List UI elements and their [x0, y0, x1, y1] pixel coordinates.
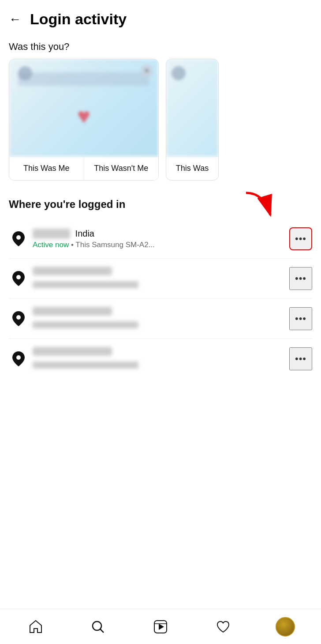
login-item-2: ••• [9, 259, 312, 299]
svg-point-2 [16, 275, 21, 279]
this-wasnt-me-button[interactable]: This Wasn't Me [84, 157, 159, 180]
reels-icon [153, 619, 168, 634]
blurred-status-2 [33, 281, 138, 288]
more-options-button-1[interactable]: ••• [289, 227, 312, 250]
logged-in-section: Where you're logged in ██████ India Acti… [0, 189, 321, 383]
card-close-icon[interactable]: ✕ [141, 64, 153, 77]
login-card-2: This Was [166, 59, 219, 181]
card-avatar-dot [18, 66, 32, 80]
more-options-button-2[interactable]: ••• [289, 267, 312, 290]
login-card-1: ✕ This Was Me This Wasn't Me [9, 59, 159, 181]
this-was-me-button[interactable]: This Was Me [9, 157, 84, 180]
login-location-4 [33, 347, 285, 358]
svg-line-6 [100, 629, 104, 633]
login-status-4 [33, 360, 285, 371]
was-this-you-section: Was this you? ✕ This Was Me This Wasn't … [0, 37, 321, 181]
location-pin-icon-2 [9, 269, 28, 288]
login-info-3 [28, 307, 289, 331]
back-button[interactable]: ← [9, 13, 21, 26]
heart-icon [216, 619, 231, 634]
was-this-you-label: Was this you? [0, 37, 321, 59]
blurred-status-3 [33, 321, 138, 328]
bottom-nav [0, 609, 321, 644]
svg-point-0 [16, 235, 21, 240]
svg-point-4 [16, 355, 21, 360]
login-info-4 [28, 347, 289, 371]
login-status-2 [33, 279, 285, 290]
home-icon [28, 619, 43, 634]
location-pin-icon-1 [9, 229, 28, 249]
blurred-city-1: ██████ [33, 229, 70, 239]
cards-container: ✕ This Was Me This Wasn't Me This Was [0, 59, 321, 181]
login-item-3: ••• [9, 299, 312, 339]
header: ← Login activity [0, 0, 321, 37]
main-content: ← Login activity Was this you? ✕ This Wa… [0, 0, 321, 644]
login-info-2 [28, 267, 289, 290]
logged-in-title: Where you're logged in [9, 198, 312, 211]
more-options-button-4[interactable]: ••• [289, 347, 312, 370]
login-item-1: ██████ India Active now • This Samsung S… [9, 219, 312, 259]
card-image-1: ✕ [9, 59, 158, 156]
more-options-button-3[interactable]: ••• [289, 307, 312, 330]
blurred-location-3 [33, 307, 112, 316]
page-title: Login activity [30, 11, 127, 28]
search-icon [90, 619, 105, 634]
nav-search[interactable] [67, 609, 130, 644]
card-actions-1: This Was Me This Wasn't Me [9, 156, 158, 180]
svg-point-3 [16, 315, 21, 320]
login-status-3 [33, 320, 285, 331]
card-partial-action[interactable]: This Was [166, 156, 218, 180]
status-detail-1: • This Samsung SM-A2... [71, 241, 155, 249]
location-pin-icon-3 [9, 309, 28, 328]
active-now-badge: Active now [33, 241, 69, 249]
blurred-status-4 [33, 362, 138, 369]
nav-profile[interactable] [254, 609, 317, 644]
profile-avatar [276, 617, 295, 636]
blurred-location-4 [33, 347, 112, 356]
card-image-2 [166, 59, 218, 156]
svg-marker-8 [159, 624, 164, 630]
login-location-3 [33, 307, 285, 318]
login-location-2 [33, 267, 285, 278]
nav-home[interactable] [4, 609, 67, 644]
login-status-1: Active now • This Samsung SM-A2... [33, 241, 285, 249]
nav-activity[interactable] [192, 609, 254, 644]
blurred-location-2 [33, 267, 112, 275]
login-location-1: ██████ India [33, 229, 285, 239]
login-info-1: ██████ India Active now • This Samsung S… [28, 229, 289, 249]
location-pin-icon-4 [9, 349, 28, 369]
section-divider [0, 181, 321, 189]
nav-reels[interactable] [129, 609, 192, 644]
login-item-4: ••• [9, 339, 312, 379]
